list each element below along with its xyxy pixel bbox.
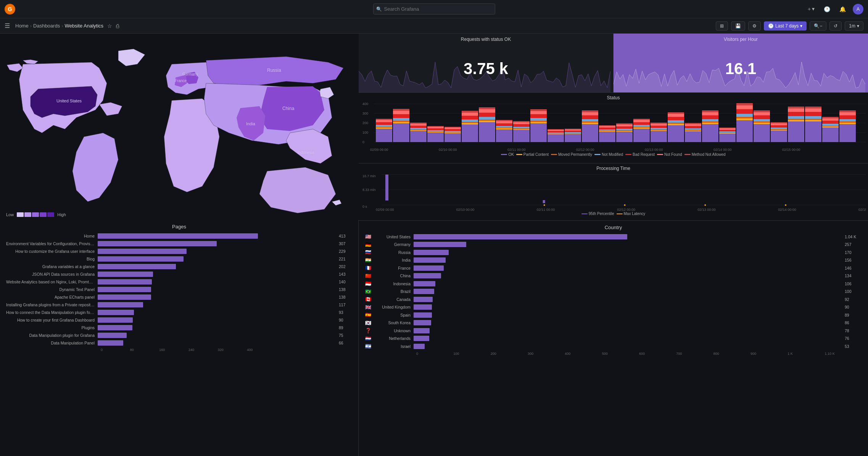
bar-value: 413 — [339, 234, 352, 238]
country-label: China — [372, 273, 414, 278]
bar-row: Data Manipulation plugin for Grafana 75 — [6, 332, 352, 338]
country-label: Germany — [372, 242, 414, 247]
country-bar-track — [414, 304, 843, 310]
bar-row: How to connect the Data Manipulation plu… — [6, 309, 352, 315]
processing-time-panel: Processing Time 95th PercentileMax Laten… — [359, 163, 868, 221]
bar-track — [98, 241, 337, 246]
country-bar-fill — [414, 344, 425, 349]
stat-value-requests: 3.75 k — [359, 45, 613, 92]
country-bar-track — [414, 297, 843, 302]
breadcrumb-current: Website Analytics — [64, 23, 103, 29]
bar-value: 202 — [339, 264, 352, 269]
bar-label: How to customize the Grafana user interf… — [6, 249, 98, 254]
hamburger-icon[interactable]: ☰ — [5, 22, 10, 29]
country-x-tick: 0 — [416, 352, 453, 356]
country-xaxis: 01002003004005006007008009001 K1.10 K — [416, 351, 862, 356]
breadcrumb-home[interactable]: Home — [15, 23, 29, 29]
bell-icon[interactable]: 🔔 — [837, 5, 848, 14]
bar-track — [98, 302, 337, 307]
star-button[interactable]: ☆ — [107, 23, 112, 29]
bar-track — [98, 325, 337, 330]
bar-track — [98, 333, 337, 338]
country-label: South Korea — [372, 320, 414, 325]
country-flag: 🇺🇸 — [365, 234, 372, 239]
search-input[interactable] — [373, 3, 495, 15]
country-bar-value: 76 — [845, 336, 862, 341]
country-flag: 🇩🇪 — [365, 242, 372, 247]
bar-track — [98, 287, 337, 292]
bar-label: Dynamic Text Panel — [6, 287, 98, 292]
add-icon[interactable]: ＋▾ — [804, 4, 817, 14]
save-button[interactable]: 💾 — [731, 21, 745, 31]
clock-icon[interactable]: 🕐 — [821, 5, 833, 14]
bar-label: Home — [6, 234, 98, 238]
settings-button[interactable]: ⚙ — [748, 21, 761, 31]
refresh-interval-button[interactable]: 1m ▾ — [845, 21, 863, 31]
legend-color — [551, 154, 557, 155]
bar-label: Apache ECharts panel — [6, 295, 98, 299]
search-icon: 🔍 — [376, 6, 382, 12]
main-content: Low High Pages Home 413 Environment V — [0, 34, 868, 456]
country-bar-track — [414, 242, 843, 247]
country-bar-value: 170 — [845, 250, 862, 255]
country-bar-value: 53 — [845, 344, 862, 349]
bar-row: Plugins 89 — [6, 324, 352, 331]
zoom-out-button[interactable]: 🔍− — [810, 21, 826, 31]
country-bar-row: 🇪🇸 Spain 89 — [365, 312, 862, 318]
proc-legend-item: Max Latency — [617, 212, 646, 216]
country-x-tick: 600 — [639, 352, 676, 356]
country-bar-track — [414, 257, 843, 263]
country-bar-row: 🇮🇱 Israel 53 — [365, 343, 862, 349]
stats-row: Requests with status OK 3.75 k Visitors … — [359, 34, 868, 93]
country-x-tick: 700 — [676, 352, 713, 356]
country-x-tick: 300 — [528, 352, 565, 356]
country-bars: 🇺🇸 United States 1.04 K 🇩🇪 Germany 257 🇷… — [365, 233, 862, 349]
share-button[interactable]: ⎙ — [116, 23, 119, 29]
country-bar-row: 🇺🇸 United States 1.04 K — [365, 233, 862, 240]
country-x-tick: 1 K — [787, 352, 825, 356]
country-flag: 🇰🇷 — [365, 320, 372, 326]
country-bar-fill — [414, 250, 449, 255]
country-bar-fill — [414, 336, 429, 341]
navbar-right: ⊞ 💾 ⚙ 🕐 Last 7 days ▾ 🔍− ↺ 1m ▾ — [716, 21, 863, 31]
country-flag: 🇪🇸 — [365, 312, 372, 318]
country-bar-track — [414, 289, 843, 294]
bar-track — [98, 279, 337, 285]
country-bar-row: 🇩🇪 Germany 257 — [365, 241, 862, 248]
refresh-button[interactable]: ↺ — [829, 21, 842, 31]
country-bar-row: 🇧🇷 Brazil 100 — [365, 288, 862, 295]
country-bar-track — [414, 336, 843, 341]
legend-item: OK — [501, 152, 514, 157]
bar-fill — [98, 340, 123, 346]
status-chart-title: Status — [362, 95, 864, 100]
country-bar-value: 1.04 K — [845, 234, 862, 239]
bar-fill — [98, 333, 127, 338]
country-flag: 🇨🇳 — [365, 273, 372, 279]
pages-xaxis: 080160240320400 — [101, 347, 276, 352]
bar-row: Dynamic Text Panel 138 — [6, 286, 352, 293]
breadcrumb: Home › Dashboards › Website Analytics — [15, 23, 103, 29]
x-tick: 160 — [159, 348, 188, 352]
grafana-logo: G — [5, 4, 15, 15]
country-bar-fill — [414, 242, 466, 247]
country-label: Israel — [372, 344, 414, 349]
bar-row: Blog 221 — [6, 255, 352, 262]
bar-label: Grafana variables at a glance — [6, 264, 98, 269]
pages-panel: Pages Home 413 Environment Variables for… — [0, 220, 358, 456]
bar-track — [98, 256, 337, 262]
breadcrumb-dashboards[interactable]: Dashboards — [33, 23, 60, 29]
country-flag: 🇮🇩 — [365, 281, 372, 286]
bar-value: 66 — [339, 341, 352, 345]
country-bar-row: 🇬🇧 United Kingdom 90 — [365, 304, 862, 310]
bar-track — [98, 272, 337, 277]
country-chart-title: Country — [365, 225, 862, 230]
country-bar-row: 🇰🇷 South Korea 86 — [365, 320, 862, 326]
topbar: G 🔍 ＋▾ 🕐 🔔 A — [0, 0, 868, 18]
bar-fill — [98, 264, 176, 269]
bar-label: Plugins — [6, 325, 98, 330]
bar-label: Data Manipulation plugin for Grafana — [6, 333, 98, 338]
bar-row: Website Analytics based on Nginx, Loki, … — [6, 278, 352, 285]
avatar[interactable]: A — [853, 4, 863, 15]
add-panel-button[interactable]: ⊞ — [716, 21, 728, 31]
time-range-button[interactable]: 🕐 Last 7 days ▾ — [764, 21, 807, 31]
